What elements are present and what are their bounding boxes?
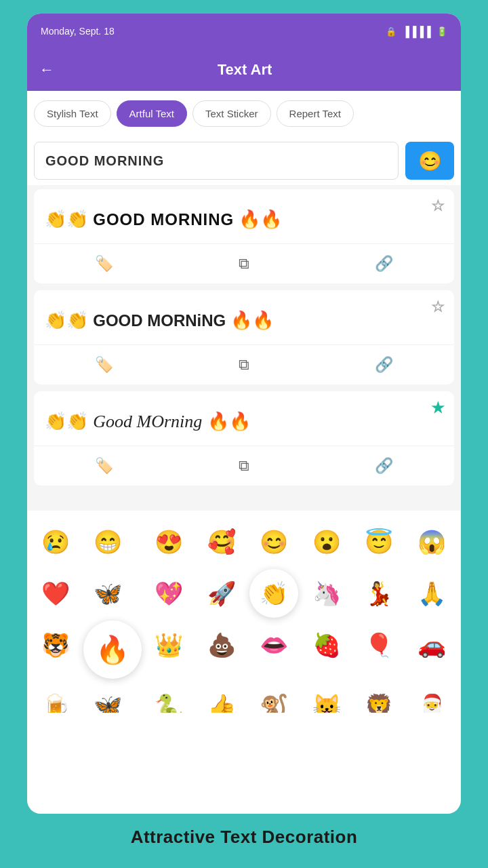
bottom-label: Attractive Text Decoration bbox=[0, 827, 488, 848]
art-card-1: 👏👏 GOOD MORNING 🔥🔥 ☆ 🏷️ ⧉ 🔗 bbox=[34, 189, 454, 283]
card3-star-icon[interactable]: ★ bbox=[431, 399, 445, 417]
art-card-2-display: 👏👏 GOOD MORNiNG 🔥🔥 ☆ bbox=[34, 290, 454, 344]
card3-text: Good MOrning bbox=[93, 412, 202, 431]
back-button[interactable]: ← bbox=[39, 61, 54, 79]
card1-content: 👏👏 GOOD MORNING 🔥🔥 bbox=[45, 209, 282, 230]
art-card-3-display: 👏👏 Good MOrning 🔥🔥 ★ bbox=[34, 391, 454, 446]
emoji-fire[interactable]: 🔥 bbox=[83, 620, 142, 679]
card1-share-button[interactable]: 🔗 bbox=[314, 250, 454, 278]
card1-text: GOOD MORNING bbox=[93, 210, 234, 229]
emoji-pray[interactable]: 🙏 bbox=[407, 569, 456, 618]
emoji-balloon[interactable]: 🎈 bbox=[354, 620, 403, 669]
emoji-grid: 😢 😁 😍 🥰 😊 😮 😇 😱 ❤️ 🦋 💖 🚀 👏 🦄 💃 🙏 🐯 🔥 👑 💩… bbox=[31, 517, 457, 713]
emoji-smile[interactable]: 😊 bbox=[249, 517, 298, 566]
status-icons: 🔒 ▐▐▐▐ 🔋 bbox=[386, 26, 447, 37]
card1-actions: 🏷️ ⧉ 🔗 bbox=[34, 243, 454, 283]
battery-icon: 🔋 bbox=[436, 26, 447, 37]
back-arrow-icon: ← bbox=[39, 61, 54, 78]
card2-text: GOOD MORNiNG bbox=[93, 311, 226, 330]
art-card-2: 👏👏 GOOD MORNiNG 🔥🔥 ☆ 🏷️ ⧉ 🔗 bbox=[34, 290, 454, 384]
card2-actions: 🏷️ ⧉ 🔗 bbox=[34, 344, 454, 384]
card2-suffix: 🔥🔥 bbox=[230, 310, 274, 330]
card3-prefix: 👏👏 bbox=[45, 411, 88, 431]
emoji-rocket[interactable]: 🚀 bbox=[197, 569, 246, 618]
emoji-section: 😢 😁 😍 🥰 😊 😮 😇 😱 ❤️ 🦋 💖 🚀 👏 🦄 💃 🙏 🐯 🔥 👑 💩… bbox=[27, 511, 461, 713]
tab-stylish-text[interactable]: Stylish Text bbox=[34, 100, 111, 127]
emoji-tiger[interactable]: 🐯 bbox=[31, 620, 80, 669]
card1-prefix: 👏👏 bbox=[45, 209, 88, 229]
emoji-strawberry[interactable]: 🍓 bbox=[302, 620, 351, 669]
card2-share-button[interactable]: 🔗 bbox=[314, 351, 454, 379]
lock-icon: 🔒 bbox=[386, 26, 396, 37]
card3-share-button[interactable]: 🔗 bbox=[314, 452, 454, 480]
emoji-in-love[interactable]: 🥰 bbox=[197, 517, 246, 566]
tabs-bar: Stylish Text Artful Text Text Sticker Re… bbox=[27, 91, 461, 136]
emoji-angel[interactable]: 😇 bbox=[354, 517, 403, 566]
card3-tag-button[interactable]: 🏷️ bbox=[34, 452, 174, 480]
emoji-wow[interactable]: 😮 bbox=[302, 517, 351, 566]
emoji-thumbsup[interactable]: 👍 bbox=[197, 682, 246, 713]
signal-icon: ▐▐▐▐ bbox=[402, 26, 431, 37]
card3-actions: 🏷️ ⧉ 🔗 bbox=[34, 446, 454, 486]
emoji-clap[interactable]: 👏 bbox=[249, 569, 298, 618]
status-bar: Monday, Sept. 18 🔒 ▐▐▐▐ 🔋 bbox=[27, 14, 461, 49]
emoji-crying[interactable]: 😢 bbox=[31, 517, 80, 566]
emoji-lips[interactable]: 👄 bbox=[249, 620, 298, 669]
emoji-crown[interactable]: 👑 bbox=[144, 620, 193, 669]
card3-suffix: 🔥🔥 bbox=[207, 411, 251, 431]
card2-content: 👏👏 GOOD MORNiNG 🔥🔥 bbox=[45, 310, 274, 331]
card2-tag-button[interactable]: 🏷️ bbox=[34, 351, 174, 379]
emoji-butterfly2[interactable]: 🦋 bbox=[83, 682, 132, 713]
input-row: 😊 bbox=[27, 136, 461, 185]
emoji-sombrero[interactable]: 🎅 bbox=[407, 682, 456, 713]
card2-star-icon[interactable]: ☆ bbox=[431, 298, 445, 316]
tab-repert-text[interactable]: Repert Text bbox=[277, 100, 354, 127]
emoji-poop[interactable]: 💩 bbox=[197, 620, 246, 669]
emoji-heart-eyes[interactable]: 😍 bbox=[144, 517, 193, 566]
emoji-sparkle-heart[interactable]: 💖 bbox=[144, 569, 193, 618]
emoji-scream[interactable]: 😱 bbox=[407, 517, 456, 566]
emoji-unicorn[interactable]: 🦄 bbox=[302, 569, 351, 618]
emoji-picker-button[interactable]: 😊 bbox=[405, 142, 454, 180]
emoji-lion[interactable]: 🦁 bbox=[354, 682, 403, 713]
smiley-icon: 😊 bbox=[418, 150, 442, 172]
page-title: Text Art bbox=[65, 61, 449, 79]
emoji-snake[interactable]: 🐍 bbox=[144, 682, 193, 713]
card1-suffix: 🔥🔥 bbox=[239, 209, 282, 229]
card3-content: 👏👏 Good MOrning 🔥🔥 bbox=[45, 411, 251, 432]
emoji-monkey[interactable]: 🐒 bbox=[249, 682, 298, 713]
art-card-3: 👏👏 Good MOrning 🔥🔥 ★ 🏷️ ⧉ 🔗 bbox=[34, 391, 454, 486]
art-cards-container: 👏👏 GOOD MORNING 🔥🔥 ☆ 🏷️ ⧉ 🔗 👏👏 GOOD MORN… bbox=[27, 185, 461, 511]
emoji-heart[interactable]: ❤️ bbox=[31, 569, 80, 618]
emoji-cat[interactable]: 😺 bbox=[302, 682, 351, 713]
emoji-car[interactable]: 🚗 bbox=[407, 620, 456, 669]
card3-copy-button[interactable]: ⧉ bbox=[174, 452, 314, 480]
card2-copy-button[interactable]: ⧉ bbox=[174, 351, 314, 379]
card1-star-icon[interactable]: ☆ bbox=[431, 197, 445, 215]
emoji-beer[interactable]: 🍺 bbox=[31, 682, 80, 713]
card1-tag-button[interactable]: 🏷️ bbox=[34, 250, 174, 278]
card1-copy-button[interactable]: ⧉ bbox=[174, 250, 314, 278]
card2-prefix: 👏👏 bbox=[45, 310, 88, 330]
text-input[interactable] bbox=[34, 142, 399, 180]
tab-artful-text[interactable]: Artful Text bbox=[117, 100, 187, 127]
tab-text-sticker[interactable]: Text Sticker bbox=[192, 100, 271, 127]
emoji-grin[interactable]: 😁 bbox=[83, 517, 132, 566]
status-time: Monday, Sept. 18 bbox=[41, 26, 115, 37]
art-card-1-display: 👏👏 GOOD MORNING 🔥🔥 ☆ bbox=[34, 189, 454, 243]
emoji-butterfly[interactable]: 🦋 bbox=[83, 569, 132, 618]
phone-container: Monday, Sept. 18 🔒 ▐▐▐▐ 🔋 ← Text Art Sty… bbox=[27, 14, 461, 814]
nav-bar: ← Text Art bbox=[27, 49, 461, 91]
emoji-dancer[interactable]: 💃 bbox=[354, 569, 403, 618]
